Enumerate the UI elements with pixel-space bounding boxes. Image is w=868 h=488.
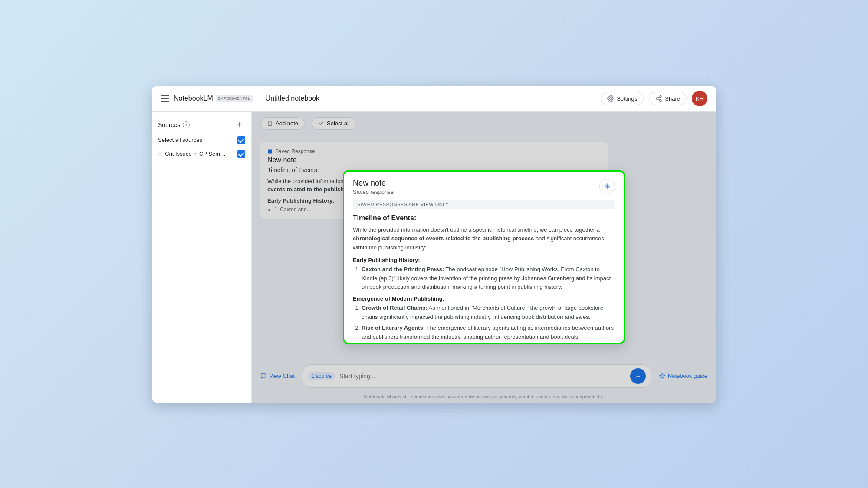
main-area: Sources i + Select all sources ≡ Crit Is… xyxy=(152,112,716,403)
modal-subtitle: Saved response xyxy=(353,189,394,195)
pin-icon: ✳ xyxy=(605,182,610,190)
modal-header: New note Saved response ✳ xyxy=(344,172,624,195)
modal-title: New note xyxy=(353,179,394,188)
source-checkbox[interactable] xyxy=(237,150,245,158)
svg-point-1 xyxy=(660,95,661,97)
modal-intro: While the provided information doesn't o… xyxy=(353,226,615,252)
modal-view-only-bar: SAVED RESPONSES ARE VIEW ONLY xyxy=(353,200,615,209)
modal-emergence-list: Growth of Retail Chains: As mentioned in… xyxy=(362,304,615,342)
share-label: Share xyxy=(665,95,680,102)
settings-button[interactable]: Settings xyxy=(601,92,644,105)
info-icon[interactable]: i xyxy=(183,121,190,128)
modal-section-title: Timeline of Events: xyxy=(353,214,615,222)
topbar-right: Settings Share KH xyxy=(601,91,707,106)
modal-emergence-label: Emergence of Modern Publishing: xyxy=(353,295,615,302)
avatar[interactable]: KH xyxy=(692,91,707,106)
settings-label: Settings xyxy=(617,95,637,102)
document-icon: ≡ xyxy=(158,151,161,157)
modal-list-item: Growth of Retail Chains: As mentioned in… xyxy=(362,304,615,322)
modal-early-list: Caxton and the Printing Press: The podca… xyxy=(362,265,615,292)
modal-overlay: New note Saved response ✳ SAVED RESPONSE… xyxy=(252,112,716,403)
settings-icon xyxy=(607,95,614,102)
modal-pin-button[interactable]: ✳ xyxy=(599,179,615,194)
content-panel: Add note Select all Saved Response New n… xyxy=(252,112,716,403)
source-name: Crit Issues in CP Semi... xyxy=(165,151,226,157)
share-button[interactable]: Share xyxy=(649,92,687,105)
app-window: NotebookLM EXPERIMENTAL Untitled noteboo… xyxy=(152,86,716,403)
brand: NotebookLM EXPERIMENTAL xyxy=(174,95,253,102)
share-icon xyxy=(655,95,662,102)
sidebar: Sources i + Select all sources ≡ Crit Is… xyxy=(152,112,252,403)
sidebar-header: Sources i + xyxy=(152,117,251,134)
modal: New note Saved response ✳ SAVED RESPONSE… xyxy=(343,170,625,344)
svg-line-4 xyxy=(658,99,660,100)
menu-icon[interactable] xyxy=(161,95,169,102)
modal-list-item: Rise of Literary Agents: The emergence o… xyxy=(362,324,615,342)
select-all-checkbox[interactable] xyxy=(237,136,245,144)
modal-early-history-label: Early Publishing History: xyxy=(353,257,615,263)
brand-badge: EXPERIMENTAL xyxy=(216,95,253,102)
add-source-button[interactable]: + xyxy=(233,119,245,131)
svg-point-2 xyxy=(656,98,658,99)
modal-list-item: Caxton and the Printing Press: The podca… xyxy=(362,265,615,292)
svg-point-0 xyxy=(610,98,612,99)
svg-point-3 xyxy=(660,100,661,102)
sidebar-title-container: Sources i xyxy=(158,121,190,128)
topbar: NotebookLM EXPERIMENTAL Untitled noteboo… xyxy=(152,86,716,112)
svg-line-5 xyxy=(658,97,660,98)
source-item[interactable]: ≡ Crit Issues in CP Semi... xyxy=(152,147,251,160)
select-all-sources-row[interactable]: Select all sources xyxy=(152,134,251,147)
sources-label: Sources xyxy=(158,121,180,128)
notebook-title[interactable]: Untitled notebook xyxy=(266,95,320,102)
brand-name: NotebookLM xyxy=(174,95,213,102)
select-all-label: Select all sources xyxy=(158,137,202,143)
modal-body: Timeline of Events: While the provided i… xyxy=(344,209,624,343)
topbar-left: NotebookLM EXPERIMENTAL Untitled noteboo… xyxy=(161,95,319,102)
